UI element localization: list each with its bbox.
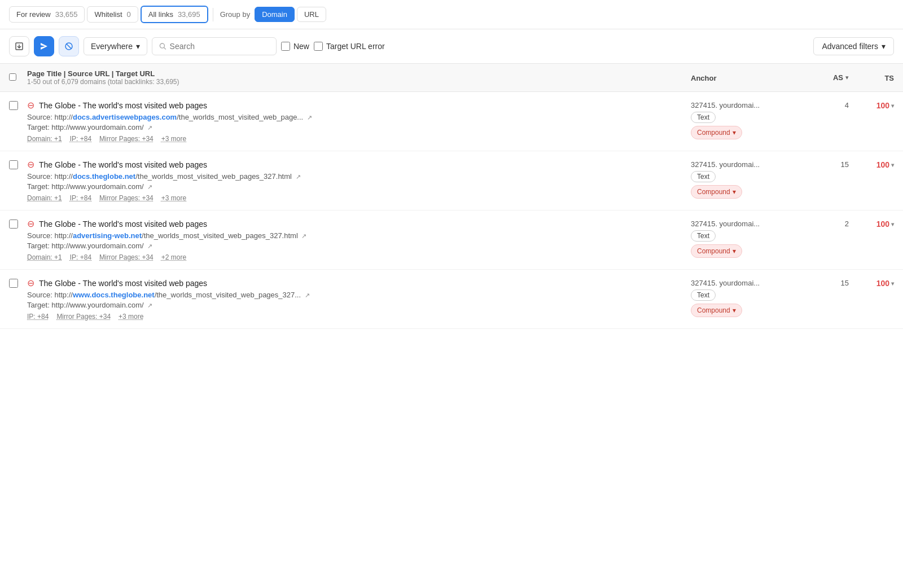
- row-ts-cell: 100 ▾: [849, 100, 894, 110]
- for-review-label: For review: [16, 10, 51, 19]
- target-link[interactable]: Target: http://www.yourdomain.com/: [27, 242, 144, 250]
- select-all-checkbox[interactable]: [9, 73, 16, 81]
- row-target: Target: http://www.yourdomain.com/ ↗: [27, 182, 691, 191]
- row-checkbox-cell: [9, 100, 27, 112]
- block-status-icon: ⊖: [27, 218, 34, 229]
- group-domain-button[interactable]: Domain: [255, 7, 295, 22]
- source-external-icon: ↗: [301, 232, 306, 239]
- ts-value: 100 ▾: [876, 279, 894, 288]
- row-main-content: ⊖ The Globe - The world's most visited w…: [27, 278, 691, 321]
- table-row: ⊖ The Globe - The world's most visited w…: [0, 270, 903, 329]
- meta-link[interactable]: IP: +84: [70, 194, 91, 202]
- separator: [213, 8, 213, 21]
- row-source: Source: http://docs.advertisewebpages.co…: [27, 113, 691, 121]
- search-input[interactable]: [170, 42, 269, 51]
- compound-button[interactable]: Compound ▾: [691, 185, 742, 199]
- header-as[interactable]: AS ▾: [804, 73, 849, 82]
- meta-link[interactable]: Mirror Pages: +34: [56, 313, 111, 321]
- export-button[interactable]: [9, 36, 29, 56]
- meta-link[interactable]: +3 more: [161, 194, 186, 202]
- group-url-button[interactable]: URL: [297, 7, 326, 22]
- block-status-icon: ⊖: [27, 159, 34, 170]
- row-checkbox[interactable]: [9, 160, 18, 169]
- whitelist-button[interactable]: Whitelist 0: [87, 6, 138, 23]
- row-source: Source: http://docs.theglobe.net/the_wor…: [27, 172, 691, 181]
- target-link[interactable]: Target: http://www.yourdomain.com/: [27, 123, 144, 131]
- anchor-tag-text: Text: [691, 171, 716, 182]
- anchor-col-title: Anchor: [691, 74, 717, 82]
- target-link[interactable]: Target: http://www.yourdomain.com/: [27, 182, 144, 191]
- everywhere-dropdown[interactable]: Everywhere ▾: [84, 37, 147, 55]
- row-source: Source: http://www.docs.theglobe.net/the…: [27, 291, 691, 299]
- new-label-text: New: [293, 42, 309, 51]
- table-row: ⊖ The Globe - The world's most visited w…: [0, 210, 903, 270]
- ts-chevron-icon: ▾: [891, 162, 894, 168]
- anchor-tag-text: Text: [691, 289, 716, 301]
- source-link[interactable]: advertising-web.net/the_worlds_most_visi…: [73, 231, 298, 240]
- row-title: ⊖ The Globe - The world's most visited w…: [27, 100, 691, 111]
- compound-button[interactable]: Compound ▾: [691, 244, 742, 258]
- meta-link[interactable]: +2 more: [161, 253, 186, 261]
- target-url-error-checkbox[interactable]: [314, 42, 323, 51]
- source-link[interactable]: docs.advertisewebpages.com/the_worlds_mo…: [73, 113, 303, 121]
- row-target: Target: http://www.yourdomain.com/ ↗: [27, 123, 691, 131]
- advanced-filters-button[interactable]: Advanced filters ▾: [813, 37, 894, 55]
- meta-link[interactable]: IP: +84: [70, 135, 91, 143]
- anchor-value: 327415. yourdomai...: [691, 160, 804, 169]
- source-external-icon: ↗: [307, 114, 312, 121]
- main-col-title: Page Title | Source URL | Target URL: [27, 69, 691, 78]
- meta-link[interactable]: +3 more: [161, 135, 186, 143]
- new-filter-label[interactable]: New: [281, 42, 309, 51]
- meta-link[interactable]: IP: +84: [70, 253, 91, 261]
- block-button[interactable]: [59, 36, 79, 56]
- top-bar: For review 33,655 Whitelist 0 All links …: [0, 0, 903, 29]
- all-links-label: All links: [148, 10, 173, 19]
- all-links-button[interactable]: All links 33,695: [141, 6, 208, 23]
- meta-link[interactable]: Domain: +1: [27, 194, 62, 202]
- for-review-button[interactable]: For review 33,655: [9, 6, 85, 23]
- row-meta: Domain: +1IP: +84Mirror Pages: +34+3 mor…: [27, 194, 691, 202]
- meta-link[interactable]: +3 more: [119, 313, 143, 321]
- row-checkbox[interactable]: [9, 220, 18, 229]
- table-row: ⊖ The Globe - The world's most visited w…: [0, 92, 903, 151]
- table-row: ⊖ The Globe - The world's most visited w…: [0, 151, 903, 210]
- toolbar: Everywhere ▾ New Target URL error Advanc…: [0, 29, 903, 64]
- meta-link[interactable]: IP: +84: [27, 313, 49, 321]
- header-check: [9, 73, 27, 82]
- row-meta: IP: +84Mirror Pages: +34+3 more: [27, 313, 691, 321]
- meta-link[interactable]: Domain: +1: [27, 253, 62, 261]
- everywhere-label: Everywhere: [91, 42, 133, 51]
- row-title-text: The Globe - The world's most visited web…: [39, 160, 207, 169]
- row-main-content: ⊖ The Globe - The world's most visited w…: [27, 218, 691, 261]
- row-target: Target: http://www.yourdomain.com/ ↗: [27, 301, 691, 309]
- compound-button[interactable]: Compound ▾: [691, 304, 742, 317]
- target-url-error-label[interactable]: Target URL error: [314, 42, 385, 51]
- anchor-tag-text: Text: [691, 230, 716, 242]
- meta-link[interactable]: Domain: +1: [27, 135, 62, 143]
- row-main-content: ⊖ The Globe - The world's most visited w…: [27, 100, 691, 143]
- meta-link[interactable]: Mirror Pages: +34: [99, 135, 154, 143]
- ts-chevron-icon: ▾: [891, 280, 894, 287]
- meta-link[interactable]: Mirror Pages: +34: [99, 194, 154, 202]
- new-checkbox[interactable]: [281, 42, 290, 51]
- target-link[interactable]: Target: http://www.yourdomain.com/: [27, 301, 144, 309]
- compound-button[interactable]: Compound ▾: [691, 126, 742, 139]
- row-checkbox-cell: [9, 278, 27, 289]
- ts-value: 100 ▾: [876, 160, 894, 169]
- source-external-icon: ↗: [305, 292, 310, 299]
- meta-link[interactable]: Mirror Pages: +34: [99, 253, 154, 261]
- source-link[interactable]: www.docs.theglobe.net/the_worlds_most_vi…: [73, 291, 301, 299]
- disavow-button[interactable]: [34, 36, 54, 56]
- target-external-icon: ↗: [147, 302, 152, 309]
- row-meta: Domain: +1IP: +84Mirror Pages: +34+2 mor…: [27, 253, 691, 261]
- search-box: [152, 37, 277, 55]
- row-checkbox[interactable]: [9, 279, 18, 288]
- row-target: Target: http://www.yourdomain.com/ ↗: [27, 242, 691, 250]
- source-link[interactable]: docs.theglobe.net/the_worlds_most_visite…: [73, 172, 292, 181]
- group-by-label: Group by: [220, 10, 250, 19]
- send-icon: [40, 42, 49, 51]
- target-external-icon: ↗: [147, 243, 152, 249]
- row-checkbox[interactable]: [9, 101, 18, 110]
- compound-chevron-icon: ▾: [733, 247, 736, 255]
- svg-line-3: [67, 44, 72, 49]
